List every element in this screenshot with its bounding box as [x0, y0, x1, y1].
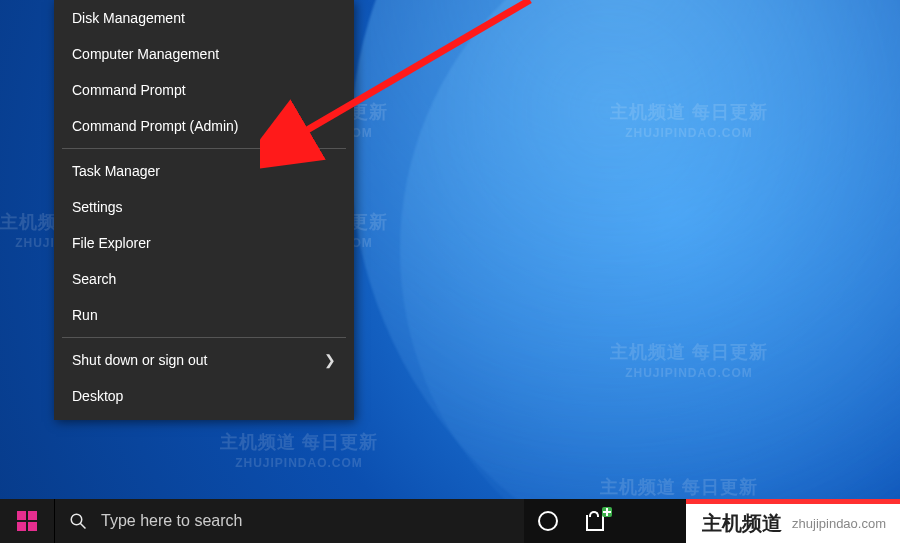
menu-separator [62, 337, 346, 338]
menu-item-label: Shut down or sign out [72, 352, 207, 368]
menu-desktop[interactable]: Desktop [54, 378, 354, 414]
watermark: 主机频道 每日更新ZHUJIPINDAO.COM [220, 430, 378, 470]
menu-item-label: File Explorer [72, 235, 151, 251]
cortana-button[interactable] [524, 499, 572, 543]
brand-en: zhujipindao.com [792, 516, 886, 531]
menu-settings[interactable]: Settings [54, 189, 354, 225]
menu-item-label: Run [72, 307, 98, 323]
search-placeholder: Type here to search [101, 512, 242, 530]
menu-computer-management[interactable]: Computer Management [54, 36, 354, 72]
store-button[interactable] [572, 499, 620, 543]
chevron-right-icon: ❯ [324, 352, 336, 368]
svg-point-2 [71, 514, 82, 525]
menu-item-label: Disk Management [72, 10, 185, 26]
svg-line-3 [80, 523, 85, 528]
menu-command-prompt[interactable]: Command Prompt [54, 72, 354, 108]
menu-file-explorer[interactable]: File Explorer [54, 225, 354, 261]
menu-item-label: Command Prompt (Admin) [72, 118, 239, 134]
menu-item-label: Command Prompt [72, 82, 186, 98]
menu-task-manager[interactable]: Task Manager [54, 153, 354, 189]
brand-cn: 主机频道 [702, 510, 782, 537]
menu-item-label: Task Manager [72, 163, 160, 179]
windows-logo-icon [17, 511, 37, 531]
menu-disk-management[interactable]: Disk Management [54, 0, 354, 36]
brand-overlay: 主机频道 zhujipindao.com [686, 499, 900, 543]
desktop: 主机频道 每日更新ZHUJIPINDAO.COM 主机频道 每日更新ZHUJIP… [0, 0, 900, 543]
menu-separator [62, 148, 346, 149]
menu-search[interactable]: Search [54, 261, 354, 297]
search-icon [69, 512, 87, 530]
menu-run[interactable]: Run [54, 297, 354, 333]
store-icon [586, 511, 606, 531]
winx-context-menu: Disk Management Computer Management Comm… [54, 0, 354, 420]
menu-shutdown-signout[interactable]: Shut down or sign out ❯ [54, 342, 354, 378]
menu-item-label: Desktop [72, 388, 123, 404]
wallpaper-shape [400, 0, 900, 543]
start-button[interactable] [0, 499, 54, 543]
menu-command-prompt-admin[interactable]: Command Prompt (Admin) [54, 108, 354, 144]
menu-item-label: Settings [72, 199, 123, 215]
menu-item-label: Computer Management [72, 46, 219, 62]
cortana-icon [538, 511, 558, 531]
menu-item-label: Search [72, 271, 116, 287]
taskbar-search-input[interactable]: Type here to search [54, 499, 524, 543]
